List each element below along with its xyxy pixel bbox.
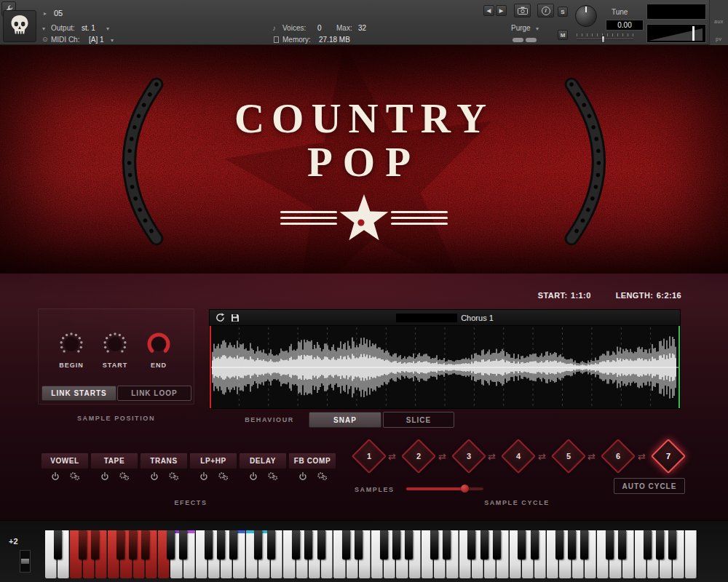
effect-lphp-button[interactable]: LP+HP (189, 453, 237, 469)
max-value[interactable]: 32 (358, 24, 366, 32)
piano-black-key[interactable] (342, 530, 350, 559)
volume-handle[interactable] (692, 26, 695, 41)
effect-delay-button[interactable]: DELAY (239, 453, 287, 469)
piano-black-key[interactable] (355, 530, 363, 559)
snap-button[interactable]: SNAP (309, 412, 381, 428)
sample-slot-1[interactable]: 1 (352, 439, 387, 474)
begin-knob[interactable] (57, 330, 86, 359)
sample-slot-3[interactable]: 3 (451, 439, 486, 474)
samples-slider-thumb[interactable] (461, 485, 469, 493)
piano-black-key[interactable] (443, 530, 451, 559)
pan-slider[interactable] (577, 39, 633, 40)
piano-black-key[interactable] (606, 530, 614, 559)
transpose-value[interactable]: +2 (9, 537, 18, 546)
waveform-display[interactable]: Chorus 1 (209, 309, 681, 409)
gear-icon[interactable] (168, 471, 179, 481)
effect-trans-button[interactable]: TRANS (140, 453, 188, 469)
piano-keyboard[interactable] (45, 530, 697, 578)
purge-label[interactable]: Purge (511, 24, 531, 32)
link-loop-button[interactable]: LINK LOOP (117, 386, 191, 401)
swap-icon[interactable]: ⇄ (638, 451, 646, 462)
volume-fader[interactable] (646, 24, 706, 43)
piano-black-key[interactable] (54, 530, 62, 559)
piano-black-key[interactable] (405, 530, 413, 559)
slice-button[interactable]: SLICE (383, 412, 454, 428)
gear-icon[interactable] (69, 471, 80, 481)
piano-black-key[interactable] (518, 530, 526, 559)
piano-black-key[interactable] (91, 530, 99, 559)
piano-black-key[interactable] (179, 530, 187, 559)
sample-slot-2[interactable]: 2 (401, 439, 436, 474)
piano-black-key[interactable] (167, 530, 175, 559)
piano-black-key[interactable] (480, 530, 488, 559)
piano-black-key[interactable] (668, 530, 676, 559)
piano-black-key[interactable] (580, 530, 588, 559)
gear-icon[interactable] (119, 471, 130, 481)
piano-black-key[interactable] (129, 530, 137, 559)
piano-black-key[interactable] (79, 530, 87, 559)
skull-logo[interactable] (3, 10, 36, 42)
gear-icon[interactable] (218, 471, 229, 481)
swap-icon[interactable]: ⇄ (587, 451, 596, 462)
piano-black-key[interactable] (141, 530, 149, 559)
piano-black-key[interactable] (317, 530, 325, 559)
sample-slot-7[interactable]: 7 (651, 439, 686, 474)
output-caret-icon[interactable]: ▾ (106, 25, 109, 32)
piano-black-key[interactable] (254, 530, 262, 559)
piano-black-key[interactable] (267, 530, 275, 559)
piano-black-key[interactable] (229, 530, 237, 559)
mute-button[interactable]: M (558, 30, 568, 40)
output-dropdown-icon[interactable]: ▾ (42, 25, 45, 32)
info-button[interactable]: i (537, 4, 554, 17)
piano-black-key[interactable] (644, 530, 652, 559)
preset-prev-button[interactable]: ◀ (483, 5, 494, 16)
piano-black-key[interactable] (380, 530, 388, 559)
power-icon[interactable] (249, 472, 258, 481)
piano-black-key[interactable] (618, 530, 626, 559)
piano-black-key[interactable] (205, 530, 213, 559)
keyboard-scroll-fader[interactable] (20, 550, 31, 573)
pv-label[interactable]: pv (716, 36, 721, 41)
piano-black-key[interactable] (493, 530, 501, 559)
midi-caret-icon[interactable]: ▾ (111, 37, 114, 44)
tune-knob[interactable] (575, 5, 597, 27)
output-value[interactable]: st. 1 (82, 24, 95, 32)
aux-label[interactable]: aux (714, 19, 724, 24)
purge-dropdown-icon[interactable]: ▾ (536, 25, 539, 32)
swap-icon[interactable]: ⇄ (388, 451, 396, 462)
link-starts-button[interactable]: LINK STARTS (41, 386, 116, 401)
snapshot-camera-button[interactable] (514, 4, 531, 17)
piano-black-key[interactable] (467, 530, 475, 559)
start-knob[interactable] (100, 330, 130, 359)
effect-fbcomp-button[interactable]: FB COMP (288, 453, 336, 469)
power-icon[interactable] (100, 472, 109, 481)
end-knob[interactable] (144, 330, 173, 359)
piano-white-key[interactable] (685, 530, 697, 578)
piano-black-key[interactable] (392, 530, 400, 559)
tune-value-display[interactable]: 0.00 (606, 20, 644, 31)
samples-slider[interactable] (406, 487, 483, 490)
power-icon[interactable] (51, 472, 60, 481)
piano-black-key[interactable] (304, 530, 312, 559)
effect-tape-button[interactable]: TAPE (90, 453, 138, 469)
auto-cycle-button[interactable]: AUTO CYCLE (614, 478, 685, 494)
swap-icon[interactable]: ⇄ (438, 451, 446, 462)
piano-black-key[interactable] (217, 530, 225, 559)
keyboard-scroll-handle[interactable] (21, 559, 29, 564)
piano-black-key[interactable] (568, 530, 576, 559)
gear-icon[interactable] (317, 471, 328, 481)
effect-vowel-button[interactable]: VOWEL (41, 453, 89, 469)
sample-slot-4[interactable]: 4 (501, 439, 536, 474)
swap-icon[interactable]: ⇄ (538, 451, 546, 462)
piano-black-key[interactable] (656, 530, 664, 559)
solo-button[interactable]: S (558, 7, 568, 17)
waveform-graph[interactable] (210, 326, 680, 408)
sample-slot-5[interactable]: 5 (551, 439, 586, 474)
piano-black-key[interactable] (555, 530, 563, 559)
piano-black-key[interactable] (430, 530, 438, 559)
gear-icon[interactable] (267, 471, 278, 481)
power-icon[interactable] (199, 472, 208, 481)
swap-icon[interactable]: ⇄ (488, 451, 496, 462)
piano-black-key[interactable] (292, 530, 300, 559)
piano-black-key[interactable] (116, 530, 124, 559)
